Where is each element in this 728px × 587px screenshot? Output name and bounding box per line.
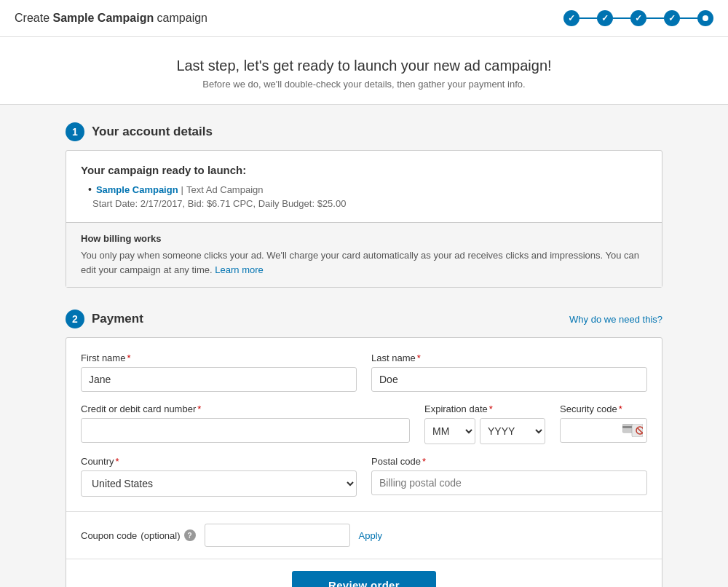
mm-select[interactable]: MM 01020304 05060708 09101112 <box>424 418 475 444</box>
security-input-wrapper <box>560 418 647 443</box>
campaign-details: Your campaign ready to launch: • Sample … <box>66 151 662 222</box>
security-label: Security code* <box>560 403 647 414</box>
coupon-help-icon[interactable]: ? <box>184 529 196 541</box>
account-section-header: 1 Your account details <box>66 122 662 141</box>
expiration-group: Expiration date* MM 01020304 05060708 09… <box>424 403 545 444</box>
card-number-group: Credit or debit card number* <box>81 403 410 444</box>
security-group: Security code* <box>560 403 647 444</box>
step-line-1 <box>579 17 597 19</box>
step-1 <box>563 10 579 26</box>
campaign-separator: | <box>181 184 183 195</box>
campaign-card-heading: Your campaign ready to launch: <box>81 164 647 176</box>
start-date-label: Start Date: <box>92 198 138 209</box>
coupon-optional: (optional) <box>141 530 180 541</box>
svg-rect-2 <box>632 424 643 437</box>
daily-budget-value: $25.00 <box>317 198 347 209</box>
country-label: Country* <box>81 456 357 467</box>
coupon-section: Coupon code (optional) ? Apply <box>66 511 662 559</box>
bullet-icon: • <box>88 184 92 195</box>
required-star-security: * <box>619 403 622 414</box>
review-section: Review order <box>66 559 662 587</box>
country-group: Country* United States Canada United Kin… <box>81 456 357 497</box>
expiration-label: Expiration date* <box>424 403 545 414</box>
card-number-input[interactable] <box>81 418 410 443</box>
billing-info-box: How billing works You only pay when some… <box>66 222 662 287</box>
account-section-title: Your account details <box>92 125 213 139</box>
country-select[interactable]: United States Canada United Kingdom Aust… <box>81 470 357 497</box>
campaign-item: • Sample Campaign | Text Ad Campaign <box>81 184 647 195</box>
required-star-postal: * <box>422 456 426 467</box>
coupon-text: Coupon code <box>81 530 137 541</box>
campaign-type: Text Ad Campaign <box>186 184 264 195</box>
required-star-country: * <box>116 456 119 467</box>
main-content: 1 Your account details Your campaign rea… <box>51 122 677 587</box>
payment-card: First name* Last name* <box>66 337 662 587</box>
name-row: First name* Last name* <box>81 352 647 392</box>
postal-label: Postal code* <box>371 456 647 467</box>
step-2 <box>597 10 613 26</box>
header: Create Sample Campaign campaign <box>0 0 728 37</box>
hero-subheading: Before we do, we'll double-check your de… <box>29 79 699 90</box>
bid-value: $6.71 CPC, <box>207 198 256 209</box>
hero-section: Last step, let's get ready to launch you… <box>0 37 728 105</box>
payment-section: 2 Payment Why do we need this? First nam… <box>66 310 662 587</box>
exp-inputs: MM 01020304 05060708 09101112 YYYY 20172… <box>424 418 545 444</box>
account-section: 1 Your account details Your campaign rea… <box>66 122 662 288</box>
checkmark-icon-3 <box>635 13 642 23</box>
billing-text-content: You only pay when someone clicks your ad… <box>81 250 639 275</box>
payment-header-row: 2 Payment Why do we need this? <box>66 310 662 328</box>
country-postal-row: Country* United States Canada United Kin… <box>81 456 647 497</box>
title-prefix: Create <box>15 12 52 24</box>
payment-form: First name* Last name* <box>66 338 662 511</box>
progress-steps <box>563 10 713 26</box>
coupon-input[interactable] <box>205 524 350 547</box>
section-number-1: 1 <box>66 122 84 141</box>
last-name-input[interactable] <box>371 367 647 392</box>
first-name-input[interactable] <box>81 367 357 392</box>
account-card: Your campaign ready to launch: • Sample … <box>66 150 662 288</box>
card-number-label: Credit or debit card number* <box>81 403 410 414</box>
card-security-icon <box>622 424 643 437</box>
required-star-exp: * <box>489 403 493 414</box>
postal-group: Postal code* <box>371 456 647 497</box>
step-line-3 <box>646 17 664 19</box>
required-star-last-name: * <box>417 352 421 363</box>
step-3 <box>630 10 646 26</box>
bid-label: Bid: <box>188 198 204 209</box>
section-number-2: 2 <box>66 310 84 328</box>
daily-budget-label: Daily Budget: <box>258 198 314 209</box>
campaign-meta: Start Date: 2/17/2017, Bid: $6.71 CPC, D… <box>81 198 647 209</box>
required-star-card: * <box>197 403 201 414</box>
page-title: Create Sample Campaign campaign <box>15 12 207 25</box>
billing-info-heading: How billing works <box>81 233 647 244</box>
active-dot <box>703 15 708 21</box>
first-name-label: First name* <box>81 352 357 363</box>
payment-section-header: 2 Payment <box>66 310 143 328</box>
title-bold: Sample Campaign <box>52 12 154 24</box>
postal-input[interactable] <box>371 470 647 495</box>
last-name-label: Last name* <box>371 352 647 363</box>
step-line-4 <box>680 17 697 19</box>
first-name-group: First name* <box>81 352 357 392</box>
start-date-value: 2/17/2017, <box>141 198 185 209</box>
yyyy-select[interactable]: YYYY 2017201820192020 2021202220232024 2… <box>480 418 545 444</box>
billing-info-text: You only pay when someone clicks your ad… <box>81 248 647 277</box>
title-suffix: campaign <box>154 12 207 24</box>
checkmark-icon-4 <box>668 13 676 23</box>
learn-more-link[interactable]: Learn more <box>215 264 263 275</box>
apply-button[interactable]: Apply <box>359 530 383 541</box>
last-name-group: Last name* <box>371 352 647 392</box>
hero-heading: Last step, let's get ready to launch you… <box>29 58 699 74</box>
payment-section-title: Payment <box>92 312 143 326</box>
review-order-button[interactable]: Review order <box>292 571 436 587</box>
why-link[interactable]: Why do we need this? <box>569 314 662 325</box>
coupon-label: Coupon code (optional) ? <box>81 529 196 541</box>
step-5 <box>697 10 713 26</box>
step-4 <box>664 10 680 26</box>
checkmark-icon-2 <box>601 13 609 23</box>
campaign-name: Sample Campaign <box>96 184 178 195</box>
required-star-first-name: * <box>127 352 130 363</box>
step-line-2 <box>613 17 630 19</box>
checkmark-icon-1 <box>568 13 575 23</box>
card-row: Credit or debit card number* Expiration … <box>81 403 647 444</box>
